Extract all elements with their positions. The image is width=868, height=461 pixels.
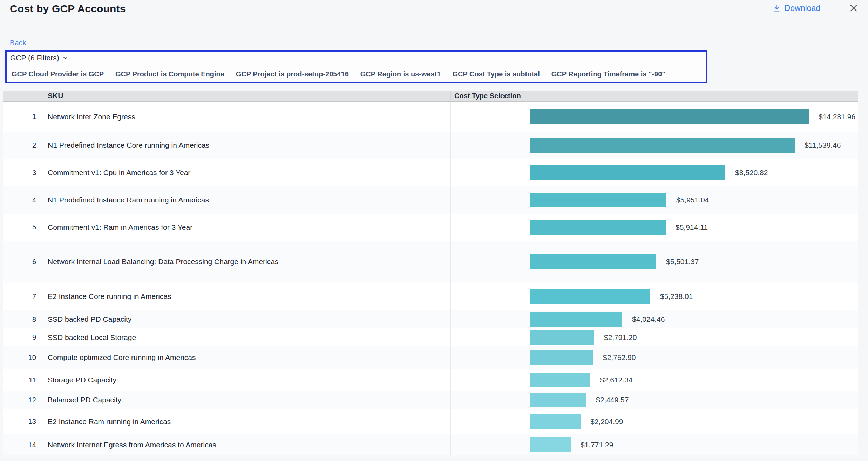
sku-label: Network Inter Zone Egress xyxy=(41,102,450,132)
cost-bar xyxy=(530,220,666,235)
cost-value: $2,752.90 xyxy=(603,353,636,362)
table-row: 10Compute optimized Core running in Amer… xyxy=(3,346,858,369)
chevron-down-icon xyxy=(62,55,68,61)
row-number: 14 xyxy=(3,434,41,455)
cost-value: $2,791.20 xyxy=(604,333,637,342)
table-row: 1Network Inter Zone Egress$14,281.96 xyxy=(3,102,858,132)
table-row: 6Network Internal Load Balancing: Data P… xyxy=(3,241,858,283)
table-row: 9SSD backed Local Storage$2,791.20 xyxy=(3,328,858,346)
cost-bar-cell: $5,501.37 xyxy=(450,241,858,283)
sku-label: Network Internet Egress from Americas to… xyxy=(41,434,450,455)
cost-bar xyxy=(530,414,581,429)
cost-bar-cell: $1,771.29 xyxy=(450,434,858,455)
row-number: 1 xyxy=(3,102,41,132)
download-icon xyxy=(772,4,781,13)
table-row: 12Balanced PD Capacity$2,449.57 xyxy=(3,391,858,409)
table-header-row: SKU Cost Type Selection xyxy=(3,91,858,102)
close-button[interactable] xyxy=(848,3,859,13)
cost-value: $11,539.46 xyxy=(805,141,841,149)
table-row: 4N1 Predefined Instance Ram running in A… xyxy=(3,186,858,214)
row-number: 12 xyxy=(3,391,41,409)
filter-summary-label: GCP (6 Filters) xyxy=(10,54,59,62)
table-row: 3Commitment v1: Cpu in Americas for 3 Ye… xyxy=(3,159,858,186)
cost-bar xyxy=(530,254,656,269)
close-icon xyxy=(848,3,859,13)
cost-bar-cell: $2,752.90 xyxy=(450,346,858,369)
cost-bar-cell: $14,281.96 xyxy=(450,102,858,132)
page-title: Cost by GCP Accounts xyxy=(10,3,126,15)
back-link[interactable]: Back xyxy=(10,39,26,47)
cost-bar xyxy=(530,165,725,180)
table-row: 5Commitment v1: Ram in Americas for 3 Ye… xyxy=(3,214,858,241)
filter-chip: GCP Project is prod-setup-205416 xyxy=(236,70,349,78)
cost-value: $8,520.82 xyxy=(735,168,768,177)
cost-value: $5,238.01 xyxy=(660,292,693,301)
sku-label: Compute optimized Core running in Americ… xyxy=(41,346,450,369)
sku-label: Network Internal Load Balancing: Data Pr… xyxy=(41,241,450,283)
cost-bar-cell: $2,204.99 xyxy=(450,409,858,434)
cost-bar xyxy=(530,193,666,207)
table-row: 7E2 Instance Core running in Americas$5,… xyxy=(3,283,858,310)
cost-value: $2,204.99 xyxy=(590,417,623,426)
sku-label: E2 Instance Ram running in Americas xyxy=(41,409,450,434)
cost-value: $1,771.29 xyxy=(581,441,613,449)
cost-bar xyxy=(530,289,650,304)
cost-bar xyxy=(530,312,622,327)
cost-bar-cell: $2,449.57 xyxy=(450,391,858,409)
cost-bar xyxy=(530,437,571,452)
row-number: 7 xyxy=(3,283,41,310)
cost-value: $14,281.96 xyxy=(819,113,855,121)
cost-bar-cell: $2,791.20 xyxy=(450,328,858,346)
sku-label: Commitment v1: Cpu in Americas for 3 Yea… xyxy=(41,159,450,186)
row-number: 10 xyxy=(3,346,41,369)
cost-bar-cell: $5,951.04 xyxy=(450,186,858,214)
sku-label: SSD backed PD Capacity xyxy=(41,310,450,328)
cost-bar-cell: $5,238.01 xyxy=(450,283,858,310)
filter-summary-dropdown[interactable]: GCP (6 Filters) xyxy=(10,54,68,62)
cost-bar xyxy=(530,350,593,365)
cost-value: $5,501.37 xyxy=(666,258,699,266)
cost-value: $5,951.04 xyxy=(676,196,709,204)
cost-type-selection-column-header: Cost Type Selection xyxy=(450,92,858,100)
cost-bar xyxy=(530,393,586,407)
table-row: 14Network Internet Egress from Americas … xyxy=(3,434,858,455)
cost-bar xyxy=(530,109,809,124)
cost-value: $2,449.57 xyxy=(596,396,629,404)
sku-label: Balanced PD Capacity xyxy=(41,391,450,409)
row-number: 13 xyxy=(3,409,41,434)
sku-column-header: SKU xyxy=(41,92,450,100)
row-number: 8 xyxy=(3,310,41,328)
row-number: 5 xyxy=(3,214,41,241)
row-number: 11 xyxy=(3,369,41,391)
filter-chip: GCP Cloud Provider is GCP xyxy=(12,70,104,78)
download-button[interactable]: Download xyxy=(772,4,820,13)
filter-chip: GCP Cost Type is subtotal xyxy=(452,70,540,78)
sku-label: Commitment v1: Ram in Americas for 3 Yea… xyxy=(41,214,450,241)
filter-panel: GCP (6 Filters) GCP Cloud Provider is GC… xyxy=(5,50,707,83)
filter-chip: GCP Product is Compute Engine xyxy=(115,70,224,78)
cost-bar-cell: $2,612.34 xyxy=(450,369,858,391)
filter-chip: GCP Reporting Timeframe is "-90" xyxy=(551,70,665,78)
table-row: 13E2 Instance Ram running in Americas$2,… xyxy=(3,409,858,434)
cost-bar-cell: $11,539.46 xyxy=(450,132,858,159)
cost-value: $5,914.11 xyxy=(676,223,708,232)
download-label: Download xyxy=(785,4,820,13)
row-number: 3 xyxy=(3,159,41,186)
sku-label: N1 Predefined Instance Core running in A… xyxy=(41,132,450,159)
cost-bar xyxy=(530,330,594,345)
table-row: 8SSD backed PD Capacity$4,024.46 xyxy=(3,310,858,328)
row-number: 6 xyxy=(3,241,41,283)
cost-table: SKU Cost Type Selection 1Network Inter Z… xyxy=(3,91,858,455)
table-row: 11Storage PD Capacity$2,612.34 xyxy=(3,369,858,391)
row-number: 2 xyxy=(3,132,41,159)
sku-label: E2 Instance Core running in Americas xyxy=(41,283,450,310)
cost-value: $2,612.34 xyxy=(600,376,632,384)
table-body: 1Network Inter Zone Egress$14,281.962N1 … xyxy=(3,102,858,455)
cost-bar xyxy=(530,373,590,387)
filter-chip: GCP Region is us-west1 xyxy=(360,70,441,78)
cost-bar xyxy=(530,138,795,153)
row-number: 4 xyxy=(3,186,41,214)
filter-chip-list: GCP Cloud Provider is GCPGCP Product is … xyxy=(12,70,665,78)
row-number: 9 xyxy=(3,328,41,346)
sku-label: N1 Predefined Instance Ram running in Am… xyxy=(41,186,450,214)
